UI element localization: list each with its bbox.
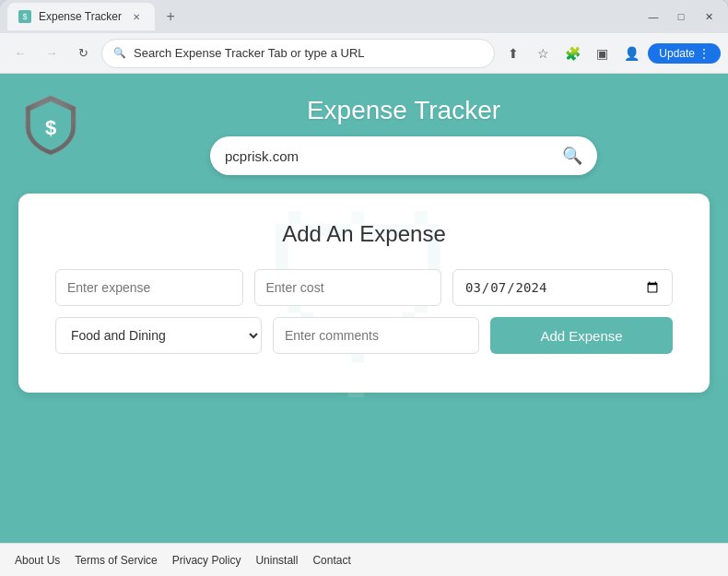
lock-icon: 🔍 [113,47,126,59]
navigation-bar: ← → ↻ 🔍 ⬆ ☆ 🧩 ▣ 👤 Update ⋮ [0,33,728,74]
share-button[interactable]: ⬆ [500,41,526,66]
footer-terms-link[interactable]: Terms of Service [75,554,157,567]
window-controls: — □ ✕ [641,5,721,29]
category-select[interactable]: Food and Dining Transportation Shopping … [55,317,262,354]
footer-uninstall-link[interactable]: Uninstall [255,554,298,567]
tab-title: Expense Tracker [39,10,122,23]
comments-input[interactable] [273,317,479,354]
footer-about-link[interactable]: About Us [15,554,60,567]
browser-window: $ Expense Tracker ✕ + — □ ✕ ← → ↻ 🔍 ⬆ ☆ … [0,0,728,576]
bookmark-button[interactable]: ☆ [530,41,556,66]
back-button[interactable]: ← [7,41,33,66]
title-bar: $ Expense Tracker ✕ + — □ ✕ [0,0,728,33]
page-content: 🛡 $ Expense Tracker [0,74,728,543]
date-input[interactable] [452,269,673,306]
new-tab-button[interactable]: + [159,5,182,29]
profile-button[interactable]: 👤 [618,41,644,66]
expense-form-card: 🛡 Add An Expense Food and Dining Transpo… [18,194,710,393]
nav-actions: ⬆ ☆ 🧩 ▣ 👤 Update ⋮ [500,41,721,66]
footer-privacy-link[interactable]: Privacy Policy [172,554,241,567]
maximize-button[interactable]: □ [669,5,693,29]
form-title: Add An Expense [55,221,673,247]
search-icon[interactable]: 🔍 [562,146,582,166]
svg-text:$: $ [45,116,56,139]
form-row-1 [55,269,673,306]
add-expense-button[interactable]: Add Expense [490,317,673,354]
extensions-button[interactable]: 🧩 [559,41,585,66]
footer: About Us Terms of Service Privacy Policy… [0,543,728,576]
tab-close-button[interactable]: ✕ [129,9,144,24]
update-menu-icon: ⋮ [699,47,710,60]
refresh-button[interactable]: ↻ [70,41,96,66]
cost-input[interactable] [254,269,442,306]
expense-input[interactable] [55,269,243,306]
close-button[interactable]: ✕ [697,5,721,29]
form-row-2: Food and Dining Transportation Shopping … [55,317,673,354]
footer-contact-link[interactable]: Contact [312,554,350,567]
tab-favicon: $ [18,10,31,23]
forward-button[interactable]: → [39,41,65,66]
app-title: Expense Tracker [307,96,500,125]
address-bar[interactable]: 🔍 [101,39,495,68]
main-search-input[interactable] [225,148,553,164]
address-input[interactable] [134,46,483,60]
header-title-area: Expense Tracker 🔍 [98,92,710,175]
header-area: $ Expense Tracker 🔍 [0,74,728,184]
browser-tab[interactable]: $ Expense Tracker ✕ [7,3,155,30]
minimize-button[interactable]: — [641,5,665,29]
shield-logo-icon: $ [18,92,83,157]
main-search-bar[interactable]: 🔍 [210,136,597,175]
sidebar-button[interactable]: ▣ [589,41,615,66]
update-button[interactable]: Update ⋮ [648,43,721,64]
